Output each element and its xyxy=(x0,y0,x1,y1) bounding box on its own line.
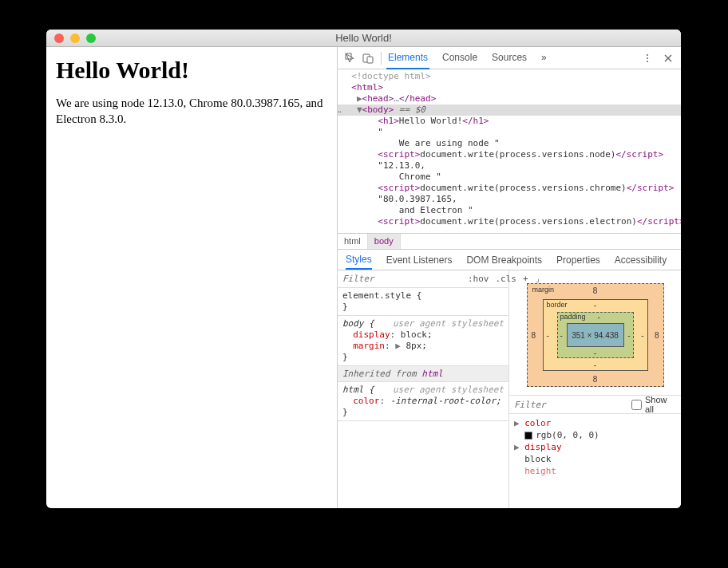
inspect-icon[interactable] xyxy=(342,50,358,66)
color-swatch-icon[interactable] xyxy=(524,432,532,440)
script-electron-text: document.write(process.versions.electron… xyxy=(420,216,637,227)
traffic-lights xyxy=(46,34,96,43)
window-body: Hello World! We are using node 12.13.0, … xyxy=(46,47,681,508)
tab-console[interactable]: Console xyxy=(441,47,479,69)
crumb-body[interactable]: body xyxy=(368,234,401,249)
elements-tree[interactable]: <!doctype html> <html> ▶<head>…</head> ▼… xyxy=(338,69,681,233)
svg-point-5 xyxy=(647,61,648,62)
computed-row-val: block xyxy=(514,453,676,465)
script-node-text: document.write(process.versions.node) xyxy=(420,149,615,160)
subtab-properties[interactable]: Properties xyxy=(556,254,600,266)
bm-content[interactable]: 351 × 94.438 xyxy=(567,323,624,347)
styles-subtabs: Styles Event Listeners DOM Breakpoints P… xyxy=(338,250,681,270)
svg-rect-2 xyxy=(367,57,373,63)
close-devtools-icon[interactable] xyxy=(660,50,676,66)
script-chrome-text: document.write(process.versions.chrome) xyxy=(420,183,626,193)
tab-elements[interactable]: Elements xyxy=(386,47,429,69)
rule-html[interactable]: html {user agent stylesheet color: -inte… xyxy=(338,382,508,421)
computed-row[interactable]: ▶ display xyxy=(514,441,676,453)
svg-point-4 xyxy=(647,57,648,59)
zoom-window-button[interactable] xyxy=(86,34,96,43)
computed-row-val: rgb(0, 0, 0) xyxy=(514,429,676,441)
subtab-styles[interactable]: Styles xyxy=(346,250,372,270)
page-paragraph: We are using node 12.13.0, Chrome 80.0.3… xyxy=(56,95,327,128)
hov-toggle[interactable]: :hov xyxy=(465,274,493,284)
devtools: Elements Console Sources » <!doctype htm… xyxy=(338,47,681,508)
page-content: Hello World! We are using node 12.13.0, … xyxy=(46,47,338,508)
subtab-event-listeners[interactable]: Event Listeners xyxy=(386,254,453,266)
body-tag-row[interactable]: ▼<body> == $0 xyxy=(338,105,681,116)
devtools-toolbar: Elements Console Sources » xyxy=(338,47,681,69)
window-title: Hello World! xyxy=(46,32,681,44)
crumb-html[interactable]: html xyxy=(338,234,368,249)
breadcrumb: html body xyxy=(338,233,681,250)
close-window-button[interactable] xyxy=(54,34,64,43)
page-heading: Hello World! xyxy=(56,57,327,84)
doctype-node: <!doctype html> xyxy=(351,71,430,81)
computed-filter-input[interactable] xyxy=(514,400,631,410)
styles-area: :hov .cls + ⌟ element.style { } body {us… xyxy=(338,270,681,508)
separator xyxy=(381,52,382,65)
subtab-accessibility[interactable]: Accessibility xyxy=(615,254,667,266)
computed-list: ▶ color rgb(0, 0, 0) ▶ display block hei… xyxy=(509,414,681,480)
computed-pane: margin 8 8 8 8 border - - - xyxy=(509,270,681,508)
svg-point-3 xyxy=(647,54,648,56)
styles-rules: :hov .cls + ⌟ element.style { } body {us… xyxy=(338,270,509,508)
subtab-dom-breakpoints[interactable]: DOM Breakpoints xyxy=(466,254,542,266)
inherited-label: Inherited from html xyxy=(338,366,508,382)
kebab-icon[interactable] xyxy=(639,50,655,66)
rule-body[interactable]: body {user agent stylesheet display: blo… xyxy=(338,316,508,366)
box-model: margin 8 8 8 8 border - - - xyxy=(509,270,681,395)
computed-toolbar: Show all xyxy=(509,395,681,414)
rule-element-style[interactable]: element.style { } xyxy=(338,288,508,316)
device-toggle-icon[interactable] xyxy=(360,50,376,66)
head-tag: head xyxy=(367,93,389,104)
computed-row[interactable]: height xyxy=(514,465,676,477)
app-window: Hello World! Hello World! We are using n… xyxy=(46,30,681,508)
show-all-checkbox[interactable]: Show all xyxy=(631,395,676,414)
computed-row[interactable]: ▶ color xyxy=(514,417,676,429)
tab-more[interactable]: » xyxy=(540,47,548,69)
tab-sources[interactable]: Sources xyxy=(490,47,528,69)
html-tag: html xyxy=(357,82,378,93)
devtools-tabs: Elements Console Sources » xyxy=(386,47,548,69)
styles-filter-input[interactable] xyxy=(338,272,465,286)
titlebar: Hello World! xyxy=(46,30,681,47)
minimize-window-button[interactable] xyxy=(70,34,80,43)
h1-text: Hello World! xyxy=(399,116,462,126)
